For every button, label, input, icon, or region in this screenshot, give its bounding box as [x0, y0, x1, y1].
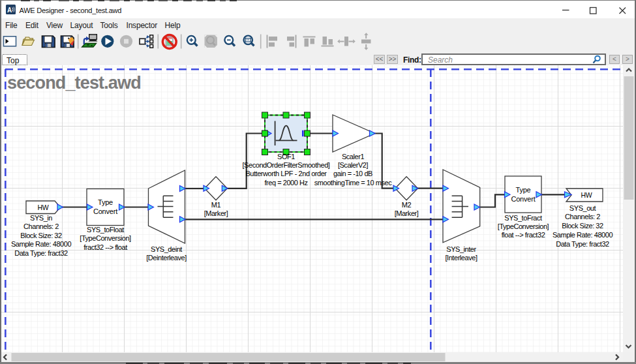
svg-text:Convert: Convert: [93, 207, 117, 215]
svg-text:SYS_out: SYS_out: [569, 204, 596, 212]
svg-text:SYS_in: SYS_in: [30, 214, 52, 222]
svg-text:freq = 2000 Hz: freq = 2000 Hz: [264, 179, 307, 187]
svg-text:Data Type: fract32: Data Type: fract32: [14, 249, 68, 257]
svg-text:float --> fract32: float --> fract32: [502, 231, 545, 239]
svg-text:second_test.awd: second_test.awd: [7, 73, 141, 93]
svg-text:HW: HW: [581, 191, 592, 199]
svg-text:[SecondOrderFilterSmoothed]: [SecondOrderFilterSmoothed]: [243, 161, 330, 169]
svg-text:SYS_deint: SYS_deint: [151, 245, 182, 253]
svg-text:[Marker]: [Marker]: [395, 209, 419, 217]
svg-text:[TypeConversion]: [TypeConversion]: [80, 234, 131, 242]
svg-text:Sample Rate: 48000: Sample Rate: 48000: [553, 231, 613, 239]
svg-text:[Deinterleave]: [Deinterleave]: [146, 254, 187, 262]
svg-text:M1: M1: [211, 201, 221, 209]
svg-text:Type: Type: [98, 198, 113, 206]
svg-text:Channels: 2: Channels: 2: [565, 213, 600, 220]
svg-text:gain = -10 dB: gain = -10 dB: [333, 170, 372, 177]
svg-text:SYS_toFloat: SYS_toFloat: [87, 226, 124, 234]
svg-text:smoothingTime = 10 msec: smoothingTime = 10 msec: [314, 179, 392, 187]
svg-text:HW: HW: [37, 204, 48, 211]
svg-text:Butterworth LPF - 2nd order: Butterworth LPF - 2nd order: [245, 170, 327, 177]
svg-text:A: A: [7, 7, 12, 14]
svg-text:Scaler1: Scaler1: [342, 153, 364, 160]
svg-text:[ScalerV2]: [ScalerV2]: [338, 161, 369, 169]
svg-text:Block Size: 32: Block Size: 32: [562, 222, 603, 230]
svg-text:Sample Rate: 48000: Sample Rate: 48000: [11, 240, 72, 248]
svg-text:SYS_toFract: SYS_toFract: [504, 214, 542, 222]
svg-text:Convert: Convert: [511, 195, 535, 203]
svg-text:[Interleave]: [Interleave]: [445, 254, 477, 262]
svg-text:[TypeConversion]: [TypeConversion]: [498, 222, 549, 230]
svg-text:[Marker]: [Marker]: [204, 209, 228, 217]
svg-text:SYS_inter: SYS_inter: [446, 245, 476, 253]
svg-text:SOF1: SOF1: [277, 153, 295, 160]
svg-text:fract32 --> float: fract32 --> float: [83, 243, 127, 251]
svg-text:Type: Type: [515, 186, 530, 194]
svg-text:Data Type: fract32: Data Type: fract32: [556, 240, 609, 248]
svg-text:M2: M2: [402, 201, 412, 209]
svg-text:Block Size: 32: Block Size: 32: [20, 232, 62, 239]
svg-text:Channels: 2: Channels: 2: [23, 222, 59, 230]
